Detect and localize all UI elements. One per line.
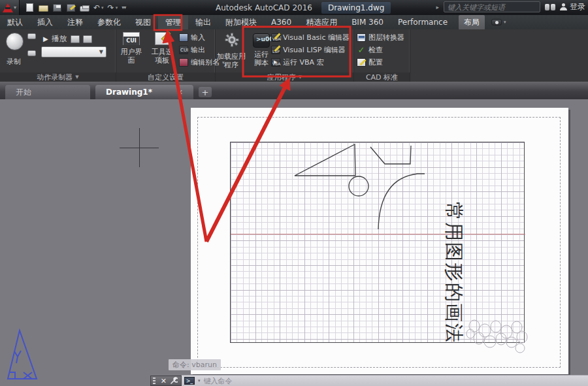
play-label[interactable]: 播放 <box>52 33 67 44</box>
record-button[interactable] <box>6 33 24 50</box>
open-file-icon[interactable] <box>39 5 48 12</box>
preference-icon[interactable] <box>71 35 80 43</box>
run-vba-macro-label: 运行 VBA 宏 <box>283 57 324 67</box>
load-application-gear-icon <box>223 32 240 48</box>
drawing-canvas[interactable]: 常用图形的画法 命令: vbarun ✕ >_ ▾ 键入 <box>0 99 588 386</box>
command-prompt-icon: >_ <box>184 377 195 385</box>
insert-message-icon[interactable] <box>27 33 36 39</box>
sign-in-button[interactable]: 登录 <box>560 1 585 12</box>
tab-insert[interactable]: 插入 <box>30 15 60 30</box>
configure-label: 配置 <box>368 57 383 67</box>
command-caret-icon[interactable]: ▾ <box>198 378 201 383</box>
app-menu-button[interactable]: ▾ <box>0 0 20 15</box>
file-tab-start[interactable]: 开始 <box>5 85 90 99</box>
paper-sheet[interactable]: 常用图形的画法 <box>191 108 568 374</box>
close-tab-icon[interactable]: ✕ <box>177 88 183 97</box>
user-icon <box>560 3 567 10</box>
macro-select[interactable]: ▼ <box>41 46 106 57</box>
search-input[interactable] <box>444 1 540 12</box>
ucs-icon <box>4 327 43 384</box>
tab-performance[interactable]: Performance <box>391 16 455 29</box>
flyout-icon[interactable]: ▸ <box>436 4 439 10</box>
window-title: Autodesk AutoCAD 2016 Drawing1.dwg <box>216 0 391 15</box>
visual-lisp-editor-button[interactable]: LSP Visual LISP 编辑器 <box>271 45 346 55</box>
document-title: Drawing1.dwg <box>321 2 391 14</box>
panel-label-cad-standards[interactable]: CAD 标准 <box>354 72 410 82</box>
tab-bim360[interactable]: BIM 360 <box>344 16 391 29</box>
triangle-shape <box>295 144 355 176</box>
manage-macros-icon[interactable] <box>83 35 92 43</box>
command-dock-grip[interactable]: ✕ <box>150 376 182 386</box>
tab-addins[interactable]: 附加模块 <box>218 15 264 30</box>
play-icon[interactable]: ▶ <box>43 35 48 42</box>
drawing-shapes[interactable] <box>231 142 538 361</box>
export-label: 输出 <box>191 45 205 55</box>
vba-editor-icon: VBA <box>271 33 280 42</box>
tab-parametric[interactable]: 参数化 <box>90 15 128 30</box>
tab-annotate[interactable]: 注释 <box>60 15 90 30</box>
redo-icon: ↷ <box>108 3 114 12</box>
layer-translator-button[interactable]: 图层转换器 <box>357 33 404 42</box>
ribbon: 录制 ▶ 播放 ▼ 动作录制器 ▼ 用户界面 <box>0 29 588 82</box>
command-placeholder: 键入命令 <box>204 376 233 386</box>
panel-label-action-recorder[interactable]: 动作录制器 ▼ <box>0 72 116 82</box>
close-command-icon[interactable]: ✕ <box>161 377 167 385</box>
quick-access-toolbar: ↶▾ ↷▾ ▾▾ <box>20 3 131 12</box>
visual-lisp-editor-label: Visual LISP 编辑器 <box>283 45 346 55</box>
tab-view[interactable]: 视图 <box>128 15 158 30</box>
applications-caret-icon: ▼ <box>299 74 302 80</box>
check-standards-button[interactable]: ✓ 检查 <box>357 45 383 55</box>
redo-button[interactable]: ↷▾ <box>108 3 118 12</box>
print-icon[interactable] <box>80 6 90 12</box>
autocad-logo-icon <box>3 3 13 12</box>
title-bar: ▾ ↶▾ ↷▾ ▾▾ Autodesk AutoCAD 2016 Drawing… <box>0 0 588 15</box>
qat-customize-icon[interactable]: ▾▾ <box>122 5 125 10</box>
insert-input-icon[interactable] <box>27 50 36 56</box>
tab-featured-apps[interactable]: 精选应用 <box>299 15 344 30</box>
circle-shape <box>349 176 368 196</box>
tab-a360[interactable]: A360 <box>264 16 299 29</box>
drawing-grid[interactable]: 常用图形的画法 <box>230 142 525 343</box>
save-as-icon[interactable] <box>67 4 75 12</box>
command-history-ghost: 命令: vbarun <box>169 359 221 370</box>
undo-button[interactable]: ↶▾ <box>93 3 104 12</box>
export-icon <box>179 46 188 54</box>
panel-label-applications[interactable]: 应用程序 ▼ <box>216 72 353 82</box>
visual-basic-editor-button[interactable]: VBA Visual Basic 编辑器 <box>271 33 350 42</box>
visual-basic-editor-label: Visual Basic 编辑器 <box>283 33 350 42</box>
run-vba-macro-icon: VBA <box>271 58 280 67</box>
undo-icon: ↶ <box>93 3 100 12</box>
file-tab-drawing1[interactable]: Drawing1* ✕ <box>95 85 193 99</box>
panel-label-customization[interactable]: 自定义设置 <box>116 72 215 82</box>
app-menu-caret-icon: ▾ <box>14 5 16 10</box>
search-binoculars-icon[interactable] <box>545 3 555 11</box>
tab-layout[interactable]: 布局 <box>459 15 485 30</box>
new-tab-button[interactable]: + <box>199 87 212 97</box>
export-button[interactable]: 输出 <box>179 45 205 55</box>
load-application-button[interactable]: 加载应用程序 <box>217 32 246 69</box>
grip-dots-icon <box>153 378 155 385</box>
command-line[interactable]: >_ ▾ 键入命令 <box>182 375 588 386</box>
check-standards-label: 检查 <box>368 45 383 55</box>
edit-aliases-icon <box>179 58 188 67</box>
run-vba-macro-button[interactable]: VBA 运行 VBA 宏 <box>271 57 324 67</box>
panel-action-recorder: 录制 ▶ 播放 ▼ 动作录制器 ▼ <box>0 29 116 82</box>
check-icon: ✓ <box>357 45 366 55</box>
tab-default[interactable]: 默认 <box>0 15 30 30</box>
infocenter: ▸ 登录 <box>436 1 585 12</box>
tab-output[interactable]: 输出 <box>188 15 218 30</box>
run-script-icon <box>253 33 270 48</box>
import-button[interactable]: 输入 <box>179 33 205 42</box>
configure-standards-button[interactable]: 配置 <box>357 57 383 67</box>
tool-palettes-button[interactable]: 工具选项板 <box>148 32 176 65</box>
record-label: 录制 <box>7 57 21 67</box>
panel-cad-standards: 图层转换器 ✓ 检查 配置 CAD 标准 <box>354 29 410 82</box>
tab-manage[interactable]: 管理 <box>158 15 188 30</box>
user-interface-button[interactable]: 用户界面 <box>117 32 146 65</box>
layer-translator-icon <box>357 33 366 42</box>
save-icon[interactable] <box>53 4 61 12</box>
crosshair-cursor <box>120 128 159 167</box>
ribbon-minimize-button[interactable]: ▾ <box>491 19 506 25</box>
wrench-icon[interactable] <box>170 377 178 385</box>
new-file-icon[interactable] <box>26 3 33 12</box>
